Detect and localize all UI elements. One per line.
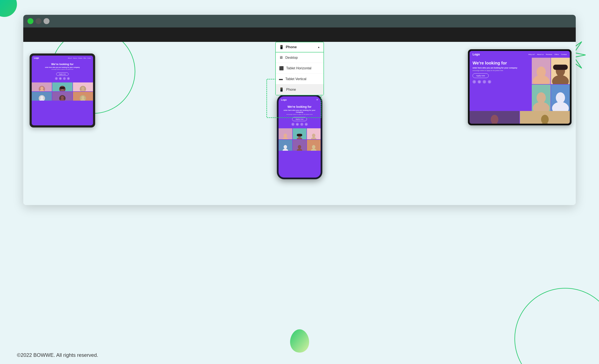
tr-social-ig[interactable]: ○ <box>483 80 486 84</box>
device-tablet-right: Logo Why us? About us Reviews Offers Con… <box>468 49 572 125</box>
tr-avatar-4 <box>551 85 570 111</box>
svg-rect-19 <box>297 134 302 136</box>
tablet-v-label: Tablet Vertical <box>285 77 307 81</box>
tablet-left-social: f in ○ h <box>34 77 91 80</box>
phone-subtitle: enter here who you are looking for your … <box>281 109 318 113</box>
phone-avatar-grid <box>278 128 321 151</box>
selected-label: Phone <box>286 45 297 49</box>
phone-title: We're looking for <box>281 105 318 108</box>
traffic-light-green[interactable] <box>27 18 33 24</box>
avatar-cell-6 <box>73 92 93 101</box>
phone-select-icon: 📱 <box>279 87 284 92</box>
phone-label: Phone <box>286 88 296 92</box>
phone-screen: Logo ≡ We're looking for enter here who … <box>278 96 321 178</box>
tablet-h-icon: ⬛ <box>279 66 284 71</box>
svg-point-10 <box>61 96 64 99</box>
dropdown-item-tablet-v[interactable]: ▬ Tablet Vertical <box>276 74 324 84</box>
device-tablet-left: Logo Why us? About us Reviews Offers Con… <box>30 53 95 128</box>
tablet-left-title: We're looking for <box>34 62 91 66</box>
avatar-cell-1 <box>32 82 52 91</box>
dropdown-item-tablet-h[interactable]: ⬛ Tablet Horizontal <box>276 63 324 74</box>
phone-hero: We're looking for enter here who you are… <box>278 103 321 128</box>
svg-point-7 <box>80 90 85 91</box>
dropdown-item-desktop[interactable]: 🖥 Desktop <box>276 52 324 63</box>
phone-social-fb[interactable]: f <box>291 123 294 126</box>
tablet-left-screen: Logo Why us? About us Reviews Offers Con… <box>32 56 93 125</box>
phone-avatar-3 <box>307 128 321 139</box>
svg-point-25 <box>284 145 287 149</box>
tr-social-fb[interactable]: f <box>473 80 476 84</box>
social-h[interactable]: h <box>67 77 70 80</box>
tr-avatar-2 <box>551 58 570 84</box>
phone-social-h[interactable]: h <box>305 123 308 126</box>
footer-copyright: ©2022 BOWWE. All rights reserved. <box>17 352 98 358</box>
dropdown-item-phone[interactable]: 📱 Phone <box>276 84 324 95</box>
chevron-up-icon: ▲ <box>317 46 320 49</box>
social-fb[interactable]: f <box>55 77 58 80</box>
phone-desc: encourage visitors to apply for the pisi… <box>281 114 318 115</box>
tablet-v-icon: ▬ <box>279 77 283 81</box>
tr-social-li[interactable]: in <box>478 80 481 84</box>
phone-logo: Logo <box>281 98 287 101</box>
tablet-right-screen: Logo Why us? About us Reviews Offers Con… <box>470 51 570 124</box>
svg-point-22 <box>312 134 316 137</box>
svg-point-44 <box>556 92 565 103</box>
tr-avatar-3 <box>532 85 551 111</box>
svg-point-9 <box>39 99 44 101</box>
phone-social-li[interactable]: in <box>296 123 299 126</box>
social-li[interactable]: in <box>59 77 62 80</box>
svg-rect-38 <box>553 65 568 70</box>
nav-contact: Contact <box>87 58 91 59</box>
dropdown-selected[interactable]: 📱 Phone ▲ <box>275 42 324 52</box>
tablet-right-hero-row: We're looking for enter here who you are… <box>470 58 570 111</box>
tablet-left-avatar-grid <box>32 82 93 101</box>
svg-point-15 <box>284 134 287 137</box>
phone-apply-btn[interactable]: Apply now <box>292 117 307 121</box>
phone-social: f in ○ h <box>281 123 318 126</box>
svg-point-2 <box>39 90 44 91</box>
social-ig[interactable]: ○ <box>63 77 66 80</box>
svg-point-12 <box>81 96 84 99</box>
tablet-right-subtitle: enter here who you are looking for your … <box>473 67 529 69</box>
svg-point-6 <box>81 87 84 90</box>
nav-offers: Offers <box>83 58 86 59</box>
tablet-left-desc: encourage visitors to apply for the pisi… <box>34 69 91 70</box>
traffic-light-white[interactable] <box>44 18 50 24</box>
tablet-right-nav: Logo Why us? About us Reviews Offers Con… <box>470 51 570 58</box>
tablet-left-apply-btn[interactable]: Apply now <box>56 72 69 76</box>
avatar-cell-3 <box>73 82 93 91</box>
device-phone-center: Logo ≡ We're looking for enter here who … <box>277 95 322 179</box>
svg-point-8 <box>40 96 43 99</box>
phone-social-ig[interactable]: ○ <box>300 123 303 126</box>
tablet-left-nav: Logo Why us? About us Reviews Offers Con… <box>32 56 93 61</box>
tablet-right-logo: Logo <box>473 53 480 56</box>
avatar-cell-5 <box>52 92 72 101</box>
svg-point-31 <box>312 145 316 149</box>
browser-titlebar <box>23 15 576 27</box>
tablet-right-apply-btn[interactable]: Apply now <box>473 73 489 78</box>
tr-social-h[interactable]: h <box>488 80 491 84</box>
desktop-label: Desktop <box>285 56 298 60</box>
svg-point-11 <box>60 99 65 101</box>
hamburger-icon[interactable]: ≡ <box>316 98 318 101</box>
phone-icon: 📱 <box>279 45 284 50</box>
tablet-left-nav-links: Why us? About us Reviews Offers Contact <box>68 58 91 59</box>
tablet-left-hero: We're looking for enter here who you are… <box>32 61 93 82</box>
traffic-light-yellow[interactable] <box>35 18 41 24</box>
svg-point-50 <box>541 115 549 124</box>
phone-avatar-6 <box>307 140 321 151</box>
circle-decoration-bottom-right <box>514 288 599 364</box>
svg-point-1 <box>40 87 43 90</box>
dropdown-menu: 🖥 Desktop ⬛ Tablet Horizontal ▬ Tablet V… <box>275 52 324 95</box>
avatar-cell-2 <box>52 82 72 91</box>
tablet-right-title: We're looking for <box>473 61 529 66</box>
tablet-left-logo: Logo <box>34 57 39 59</box>
phone-avatar-5 <box>293 140 306 151</box>
nav-about: About us <box>73 58 77 59</box>
tablet-h-label: Tablet Horizontal <box>286 66 311 70</box>
teardrop-decoration <box>288 327 311 355</box>
svg-point-47 <box>491 115 498 124</box>
desktop-icon: 🖥 <box>279 55 283 60</box>
tablet-left-subtitle: enter here who you are looking for your … <box>34 67 91 68</box>
tablet-right-hero-text: We're looking for enter here who you are… <box>470 58 532 111</box>
